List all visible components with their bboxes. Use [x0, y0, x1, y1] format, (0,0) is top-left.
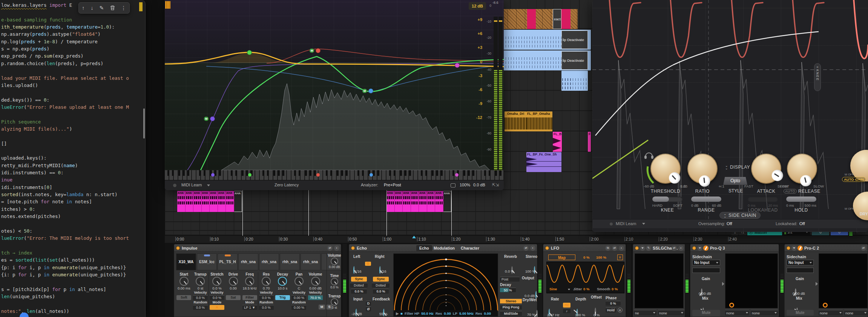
- side-chain-section-toggle[interactable]: ⌄⌄SIDE CHAIN: [719, 212, 761, 219]
- depth-value[interactable]: 100 %: [575, 313, 585, 317]
- filter-param[interactable]: Filter HP: [405, 311, 419, 315]
- compressor-knob[interactable]: [650, 154, 681, 184]
- rate-value[interactable]: 2.07 Hz: [547, 313, 560, 317]
- auto-gain-toggle[interactable]: AUTO GAIN: [842, 177, 866, 182]
- compressor-knob[interactable]: [787, 154, 817, 184]
- feedback-value[interactable]: 55 %: [379, 312, 388, 316]
- fabfilter-plugin-icon[interactable]: [797, 245, 803, 251]
- band-mute-badge[interactable]: M: [310, 49, 314, 53]
- vocal-chop-clip[interactable]: AHA: [395, 191, 403, 212]
- eq-band-handle[interactable]: [210, 116, 215, 121]
- code-line[interactable]: = [note.pitch for note in notes]: [1, 198, 92, 205]
- filter-param[interactable]: Res: [436, 311, 442, 315]
- deactivated-clip[interactable]: lip Deactivate: [561, 30, 588, 49]
- save-preset-icon[interactable]: ▪: [678, 245, 684, 251]
- param-knob[interactable]: [245, 277, 254, 286]
- code-line[interactable]: p.random.choice(len(preds), p=preds): [1, 60, 103, 67]
- right-division-dropdown[interactable]: Dotted: [372, 283, 390, 288]
- tab-character[interactable]: Character: [458, 245, 482, 251]
- band-key-dot[interactable]: [248, 173, 252, 177]
- gain-value[interactable]: 0.00 dB: [699, 291, 711, 296]
- param-value[interactable]: 0 st: [332, 306, 337, 309]
- hz-mode-button[interactable]: Hz: [563, 303, 570, 308]
- code-line[interactable]: np.asarray(preds).astype("float64"): [1, 30, 100, 38]
- param-chooser-1[interactable]: none: [725, 310, 749, 315]
- menu-icon[interactable]: ≡: [617, 255, 623, 260]
- audio-clip[interactable]: _Omaha_Dri: [505, 111, 526, 131]
- compressor-slider[interactable]: 0 ms20 ms LOOKAHEAD: [748, 197, 778, 213]
- echo-filter-bar[interactable]: ▶ ■ Filter HP50.0 HzRes0.00LP5.00 kHzRes…: [394, 310, 498, 316]
- chevron-down-icon[interactable]: [207, 184, 210, 186]
- code-line[interactable]: low.keras.layers import E: [1, 2, 72, 9]
- code-line[interactable]: lueError("Error: Please upload at least …: [1, 104, 129, 111]
- code-line[interactable]: idi.instruments[0]: [1, 184, 52, 191]
- device-title-bar[interactable]: LFO ⧉ ⇄ ▪: [543, 244, 626, 252]
- vocal-chop-clip[interactable]: AHA: [435, 191, 443, 212]
- midi-learn-button[interactable]: MIDI Learn: [181, 183, 202, 187]
- band-mute-badge[interactable]: M: [362, 89, 367, 93]
- code-line[interactable]: {p: i for i, p in enumerate(unique_pitch…: [1, 264, 126, 271]
- mode-pingpong-button[interactable]: Ping Pong: [500, 305, 522, 309]
- code-line[interactable]: []: [1, 140, 7, 147]
- param-chooser-1[interactable]: ne: [634, 310, 656, 315]
- eq-band-handle[interactable]: [368, 88, 373, 93]
- sub-control[interactable]: Trig: [275, 295, 290, 300]
- analyzer-value[interactable]: Pre+Post: [384, 183, 401, 187]
- code-line[interactable]: inue: [1, 176, 12, 183]
- expand-icon[interactable]: ⧉: [605, 245, 610, 251]
- move-cell-down-icon[interactable]: ↓: [90, 5, 93, 11]
- device-title-bar[interactable]: ✎ SSLGChan... ⇄ ▪: [633, 244, 685, 252]
- vocal-chop-clip[interactable]: AHA: [386, 191, 395, 212]
- band-key-dot[interactable]: [316, 173, 320, 177]
- code-line[interactable]: idi.instruments) == 0:: [1, 169, 64, 176]
- device-on-led[interactable]: [351, 246, 355, 250]
- audio-clip[interactable]: FL_BP_Omaha: [526, 111, 552, 131]
- audio-clip[interactable]: FL_B: [553, 132, 562, 152]
- deactivated-clip[interactable]: lip Deactivate: [561, 51, 588, 70]
- play-icon[interactable]: ▶: [396, 311, 399, 315]
- mute-button[interactable]: Mute: [692, 310, 720, 315]
- sample-slot[interactable]: rhh_sna: [301, 253, 321, 270]
- sample-slot[interactable]: rhh_sna: [238, 253, 258, 270]
- param-value[interactable]: 0.70: [263, 286, 270, 291]
- param-chooser-1[interactable]: none: [819, 310, 843, 315]
- param-knob[interactable]: [294, 277, 304, 286]
- param-value[interactable]: 0.00: [230, 286, 237, 291]
- fold-icon[interactable]: [791, 245, 797, 251]
- audio-clip[interactable]: FL_BP_Fx_One_Sh: [526, 152, 561, 172]
- vocal-chop-clip[interactable]: AHA: [210, 191, 218, 212]
- display-mode-icon[interactable]: [451, 183, 455, 187]
- style-selector[interactable]: Opto: [723, 177, 747, 185]
- band-key-dot[interactable]: [211, 173, 215, 177]
- hold-button[interactable]: Hold: [606, 308, 616, 312]
- sub-control[interactable]: 0.00 %: [291, 305, 306, 310]
- code-line[interactable]: load your MIDI file. Please select at le…: [1, 75, 129, 82]
- param-knob[interactable]: [262, 277, 271, 286]
- sub-control[interactable]: 0.0 %: [193, 305, 208, 310]
- right-sync-button[interactable]: Sync: [373, 277, 389, 282]
- map-min-value[interactable]: 0 %: [583, 255, 589, 259]
- code-line[interactable]: s = [pitch2idx[p] for p in all_notes]: [1, 286, 106, 293]
- param-chooser-2[interactable]: none: [658, 310, 684, 315]
- param-value[interactable]: C: [298, 286, 301, 291]
- retrigger-button[interactable]: R: [618, 308, 623, 312]
- device-title-bar[interactable]: Pro-C 2 ⇄: [785, 244, 868, 252]
- code-line[interactable]: ith_temperature(preds, temperature=1.0):: [1, 23, 115, 30]
- vocal-chop-clip[interactable]: AHA: [226, 191, 234, 212]
- display-section-toggle[interactable]: ⌄⌄DISPLAY: [725, 165, 750, 170]
- filter-param[interactable]: 5.00 kHz: [459, 311, 474, 315]
- filter-param[interactable]: Res: [475, 311, 482, 315]
- plugin-edit-icon[interactable]: ✎: [646, 245, 651, 251]
- sub-control[interactable]: 0.0 %: [193, 295, 208, 300]
- offset-value[interactable]: 0 %: [593, 313, 600, 317]
- deactivated-clip[interactable]: eact: [553, 9, 561, 29]
- feedback-d-button[interactable]: D: [366, 301, 371, 306]
- vocal-chop-clip[interactable]: AHA: [202, 191, 210, 212]
- code-line[interactable]: iles.upload(): [1, 82, 38, 89]
- param-knob[interactable]: [331, 278, 338, 285]
- jitter-value[interactable]: 0 %: [583, 287, 589, 291]
- filter-param[interactable]: 0.00: [484, 311, 491, 315]
- device-title-bar[interactable]: Impulse ⇄ ▪: [174, 244, 341, 252]
- stereo-value[interactable]: 100 %: [525, 269, 535, 273]
- reverb-position-dropdown[interactable]: Post: [500, 277, 520, 282]
